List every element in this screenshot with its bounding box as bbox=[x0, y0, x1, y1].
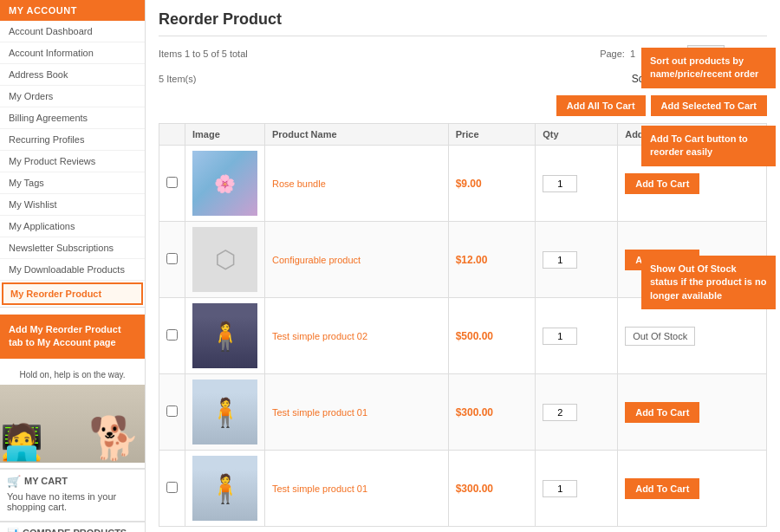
my-cart-content: You have no items in your shopping cart. bbox=[7, 491, 138, 512]
add-selected-to-cart-button-top[interactable]: Add Selected To Cart bbox=[651, 95, 767, 116]
compare-icon: 📊 bbox=[7, 528, 19, 532]
items-info: Items 1 to 5 of 5 total bbox=[159, 49, 248, 59]
per-page-select[interactable]: 10 20 50 bbox=[687, 45, 725, 62]
col-product-name: Product Name bbox=[265, 124, 449, 146]
sidebar-header: MY ACCOUNT bbox=[0, 0, 145, 21]
qty-input[interactable] bbox=[543, 175, 577, 192]
sidebar-item-my-wishlist[interactable]: My Wishlist bbox=[0, 194, 145, 216]
sidebar-dog-text: Hold on, help is on the way. bbox=[0, 366, 145, 385]
sidebar-item-product-reviews[interactable]: My Product Reviews bbox=[0, 151, 145, 172]
row-image-cell: 🧍 bbox=[185, 374, 265, 451]
toolbar-right: Page: 1 Show 10 20 50 per page bbox=[600, 45, 767, 62]
sort-controls: Sort By Name Price Recent Order ↑ bbox=[632, 69, 767, 88]
qty-input[interactable] bbox=[543, 404, 577, 421]
row-product-name-cell: Configurable product bbox=[265, 222, 449, 298]
product-price: $300.00 bbox=[456, 406, 493, 418]
row-product-name-cell: Test simple product 01 bbox=[265, 374, 449, 451]
row-checkbox-cell bbox=[159, 298, 185, 374]
row-qty-cell bbox=[536, 146, 618, 222]
row-product-name-cell: Test simple product 02 bbox=[265, 298, 449, 374]
product-image-man-dark: 🧍 bbox=[192, 303, 257, 368]
product-link-simple01b[interactable]: Test simple product 01 bbox=[272, 483, 367, 494]
sidebar-item-my-tags[interactable]: My Tags bbox=[0, 172, 145, 194]
sidebar-item-newsletter[interactable]: Newsletter Subscriptions bbox=[0, 237, 145, 259]
sort-by-label: Sort By bbox=[632, 73, 666, 85]
product-price: $9.00 bbox=[456, 178, 482, 190]
row-cart-cell: Add To Cart bbox=[618, 374, 767, 451]
row-checkbox[interactable] bbox=[166, 177, 178, 188]
row-checkbox-cell bbox=[159, 451, 185, 527]
sidebar-item-account-information[interactable]: Account Information bbox=[0, 42, 145, 64]
product-link-simple02[interactable]: Test simple product 02 bbox=[272, 331, 367, 341]
table-header: Image Product Name Price Qty Add To Cart bbox=[159, 124, 767, 146]
product-link-simple01a[interactable]: Test simple product 01 bbox=[272, 407, 367, 418]
sidebar-item-downloadable[interactable]: My Downloadable Products bbox=[0, 259, 145, 281]
row-checkbox-cell bbox=[159, 222, 185, 298]
col-price: Price bbox=[448, 124, 536, 146]
sidebar-item-my-orders[interactable]: My Orders bbox=[0, 86, 145, 107]
row-cart-cell: Add To Cart bbox=[618, 222, 767, 298]
items-count: 5 Item(s) bbox=[159, 74, 196, 84]
top-action-buttons: Add All To Cart Add Selected To Cart bbox=[159, 95, 767, 116]
product-image-man-light: 🧍 bbox=[192, 380, 257, 444]
dog-image-container: 🧑‍💻 🐕 bbox=[0, 385, 145, 463]
laptop-person-icon: 🧑‍💻 bbox=[0, 422, 43, 463]
row-price-cell: $300.00 bbox=[448, 451, 536, 527]
compare-products-header: 📊 COMPARE PRODUCTS bbox=[7, 528, 138, 532]
row-cart-cell: Add To Cart bbox=[618, 451, 767, 527]
row-image-cell: 🧍 bbox=[185, 298, 265, 374]
products-table: Image Product Name Price Qty Add To Cart… bbox=[159, 123, 767, 527]
my-cart-section: 🛒 MY CART You have no items in your shop… bbox=[0, 468, 145, 517]
row-checkbox[interactable] bbox=[166, 405, 178, 417]
show-label: Show bbox=[658, 49, 682, 59]
row-checkbox-cell bbox=[159, 146, 185, 222]
table-row: 🧍 Test simple product 01 $300.00 Add To … bbox=[159, 374, 767, 451]
row-price-cell: $12.00 bbox=[448, 222, 536, 298]
row-checkbox[interactable] bbox=[166, 253, 178, 264]
sidebar-item-billing-agreements[interactable]: Billing Agreements bbox=[0, 107, 145, 129]
sidebar-item-reorder-product[interactable]: My Reorder Product bbox=[2, 282, 143, 305]
table-row: ⬡ Configurable product $12.00 Add To Car… bbox=[159, 222, 767, 298]
add-to-cart-button[interactable]: Add To Cart bbox=[625, 402, 699, 423]
dog-icon: 🐕 bbox=[88, 414, 140, 463]
row-cart-cell: Add To Cart bbox=[618, 146, 767, 222]
sidebar-promo-box: Add My Reorder Product tab to My Account… bbox=[0, 315, 145, 359]
sidebar-item-recurring-profiles[interactable]: Recurring Profiles bbox=[0, 129, 145, 151]
sort-select[interactable]: Name Price Recent Order bbox=[671, 69, 757, 88]
row-product-name-cell: Rose bundle bbox=[265, 146, 449, 222]
row-image-cell: 🌸 bbox=[185, 146, 265, 222]
product-price: $12.00 bbox=[456, 254, 488, 266]
product-link-rose[interactable]: Rose bundle bbox=[272, 178, 326, 189]
row-qty-cell bbox=[536, 222, 618, 298]
product-price: $500.00 bbox=[456, 330, 493, 342]
add-to-cart-button[interactable]: Add To Cart bbox=[625, 478, 699, 499]
qty-input[interactable] bbox=[543, 480, 577, 497]
qty-input[interactable] bbox=[543, 251, 577, 269]
actions-row: 5 Item(s) Sort By Name Price Recent Orde… bbox=[159, 69, 767, 88]
row-qty-cell bbox=[536, 298, 618, 374]
row-checkbox[interactable] bbox=[166, 329, 178, 341]
row-qty-cell bbox=[536, 374, 618, 451]
compare-products-section: 📊 COMPARE PRODUCTS You have no items to … bbox=[0, 521, 145, 532]
sidebar-promo-text: Add My Reorder Product tab to My Account… bbox=[9, 324, 121, 347]
table-row: 🧍 Test simple product 01 $300.00 Add To … bbox=[159, 451, 767, 527]
row-checkbox[interactable] bbox=[166, 482, 178, 493]
sidebar-item-my-applications[interactable]: My Applications bbox=[0, 216, 145, 237]
add-to-cart-button[interactable]: Add To Cart bbox=[625, 173, 699, 194]
sidebar-nav: Account Dashboard Account Information Ad… bbox=[0, 21, 145, 308]
qty-input[interactable] bbox=[543, 328, 577, 345]
add-to-cart-button[interactable]: Add To Cart bbox=[625, 250, 699, 270]
row-price-cell: $300.00 bbox=[448, 374, 536, 451]
out-of-stock-badge: Out Of Stock bbox=[625, 327, 695, 346]
table-row: 🌸 Rose bundle $9.00 Add To Cart bbox=[159, 146, 767, 222]
row-checkbox-cell bbox=[159, 374, 185, 451]
sidebar-item-address-book[interactable]: Address Book bbox=[0, 64, 145, 86]
sidebar-item-account-dashboard[interactable]: Account Dashboard bbox=[0, 21, 145, 42]
sort-direction[interactable]: ↑ bbox=[762, 73, 767, 85]
col-add-to-cart: Add To Cart bbox=[618, 124, 767, 146]
product-link-configurable[interactable]: Configurable product bbox=[272, 255, 361, 265]
row-image-cell: ⬡ bbox=[185, 222, 265, 298]
product-image-flower: 🌸 bbox=[192, 151, 257, 216]
add-all-to-cart-button-top[interactable]: Add All To Cart bbox=[556, 95, 646, 116]
page-number: 1 bbox=[630, 49, 635, 59]
